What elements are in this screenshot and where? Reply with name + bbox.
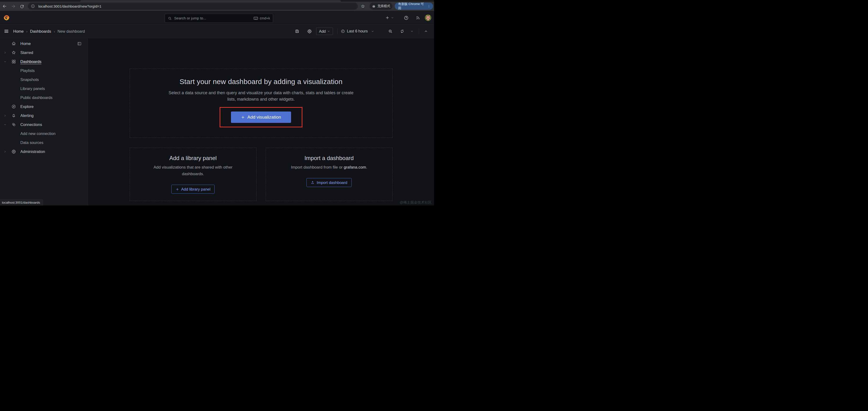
sidebar-item-label: Library panels [0,86,45,91]
sidebar-item-public-dashboards[interactable]: Public dashboards [0,93,88,102]
mega-menu-toggle[interactable] [4,29,9,34]
chevron-down-icon [371,30,374,33]
sidebar-item-starred[interactable]: Starred [0,48,88,57]
plus-icon [176,187,179,191]
grafana-com-text: grafana.com [344,165,366,170]
breadcrumb-current: New dashboard [58,29,85,34]
search-shortcut-label: cmd+k [260,16,270,20]
import-dashboard-label: Import dashboard [317,180,347,185]
sidebar-item-add-new-connection[interactable]: Add new connection [0,129,88,138]
cta-cards-row: Add a library panel Add visualizations t… [130,148,393,201]
grafana-topbar: Search or jump to... cmd+k [0,11,434,25]
search-input[interactable]: Search or jump to... cmd+k [165,14,273,23]
upload-icon [311,181,314,184]
incognito-icon [372,4,376,8]
sidebar-item-home[interactable]: Home [0,39,88,48]
sidebar-item-snapshots[interactable]: Snapshots [0,75,88,84]
sidebar-item-administration[interactable]: Administration [0,147,88,156]
browser-forward-button[interactable] [11,2,16,11]
incognito-badge: 无痕模式 [370,3,392,10]
chrome-update-menu-button[interactable]: 有新版 Chrome 可用 [395,3,433,10]
breadcrumb-separator: › [54,29,55,33]
sidebar-item-alerting[interactable]: Alerting [0,111,88,120]
watermark-text: @稀土掘金技术社区 [400,200,432,205]
bell-icon [11,113,16,118]
compass-icon [11,104,16,109]
card-description: Import dashboard from file or grafana.co… [283,164,375,171]
card-title: Import a dashboard [266,155,392,162]
add-panel-button[interactable]: Add [316,28,333,35]
user-avatar[interactable] [425,14,431,21]
chevron-right-icon[interactable] [4,114,7,117]
site-info-icon[interactable] [31,4,35,8]
sidebar-item-library-panels[interactable]: Library panels [0,84,88,93]
bookmark-button[interactable] [361,2,365,11]
new-menu-button[interactable] [385,11,394,25]
plus-icon [241,115,245,119]
sidebar-item-data-sources[interactable]: Data sources [0,138,88,147]
import-dashboard-button[interactable]: Import dashboard [306,178,351,187]
home-icon [11,41,16,46]
search-shortcut: cmd+k [253,16,270,20]
tutorial-highlight-box: Add visualization [220,107,303,127]
save-dashboard-button[interactable] [295,29,299,34]
chevron-down-icon [327,30,330,33]
keyboard-icon [253,16,258,20]
breadcrumb-dashboards[interactable]: Dashboards [30,29,51,34]
sidebar-item-label: Administration [0,149,45,154]
add-panel-label: Add [319,29,326,33]
add-visualization-button[interactable]: Add visualization [231,112,291,123]
breadcrumb-separator: › [26,29,27,33]
zoom-out-time-button[interactable] [388,29,393,34]
url-text[interactable]: localhost:3001/dashboard/new?orgId=1 [38,4,101,8]
collapse-controls-button[interactable] [424,29,428,33]
connections-icon [11,122,16,127]
news-button[interactable] [415,11,420,25]
breadcrumb-home[interactable]: Home [13,29,24,34]
sidebar-item-playlists[interactable]: Playlists [0,66,88,75]
reload-icon [20,4,24,8]
refresh-icon [400,29,404,34]
kebab-menu-icon [427,4,431,8]
browser-reload-button[interactable] [20,2,24,11]
sidebar-item-connections[interactable]: Connections [0,120,88,129]
bookmark-star-icon [361,4,365,8]
help-button[interactable] [404,11,409,25]
refresh-interval-dropdown[interactable] [410,30,413,33]
toolbar-divider [419,29,419,34]
link-preview-statusbar: localhost:3001/dashboards [0,199,43,206]
link-preview-text: localhost:3001/dashboards [2,201,40,204]
card-description-prefix: Import dashboard from file or [291,165,344,170]
empty-dashboard-cta-panel: Start your new dashboard by adding a vis… [130,69,393,138]
chevron-down-icon[interactable] [4,60,7,63]
refresh-button[interactable] [400,29,404,34]
card-title: Add a library panel [130,155,256,162]
add-library-panel-button[interactable]: Add library panel [171,185,215,194]
sidebar-item-explore[interactable]: Explore [0,102,88,111]
chevron-down-icon[interactable] [4,123,7,126]
browser-active-tab[interactable] [80,0,341,2]
sidebar-item-label: Playlists [0,68,35,73]
grafana-logo[interactable] [3,14,10,21]
browser-back-button[interactable] [2,2,7,11]
dashboard-settings-button[interactable] [307,29,312,34]
toolbar-divider [337,29,338,34]
url-bar[interactable]: localhost:3001/dashboard/new?orgId=1 [28,3,358,10]
zoom-out-icon [388,29,393,34]
dock-menu-icon[interactable] [77,41,82,46]
chevron-right-icon[interactable] [4,150,7,153]
browser-tab-strip [0,0,434,2]
sidebar-item-label: Add new connection [0,131,56,136]
card-description-suffix: . [366,165,367,170]
grafana-flame-icon [3,14,10,21]
sidebar-item-label: Public dashboards [0,95,53,100]
dashboards-grid-icon [11,59,16,64]
sidebar-item-label: Data sources [0,140,43,145]
add-library-panel-label: Add library panel [181,187,211,192]
rss-icon [415,16,420,20]
chevron-right-icon[interactable] [4,51,7,54]
sidebar-item-dashboards[interactable]: Dashboards [0,57,88,66]
time-range-picker[interactable]: Last 6 hours [341,29,374,33]
card-description: Add visualizations that are shared with … [147,164,239,177]
caret-up-icon [424,29,428,33]
